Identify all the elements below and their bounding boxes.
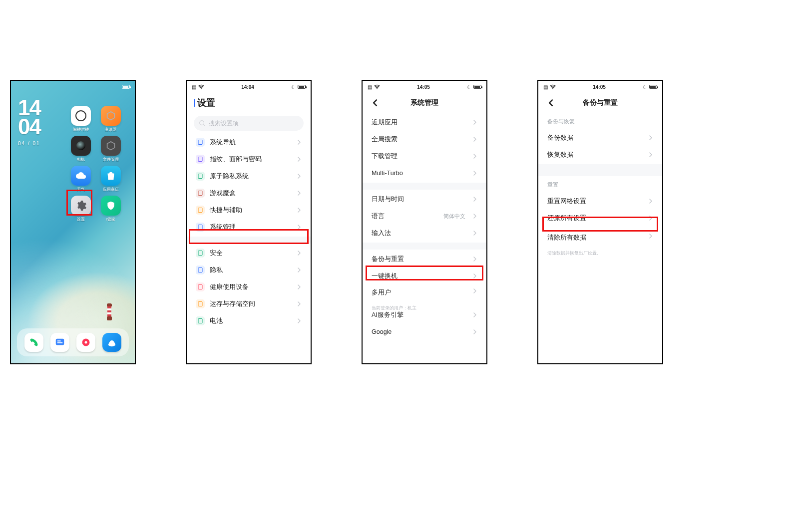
row-battery[interactable]: 电池 [187, 312, 311, 329]
row-erase-all-sub: 清除数据并恢复出厂设置。 [547, 250, 601, 257]
status-carrier-icon: ▤ [368, 84, 372, 90]
status-bar: ▤ 14:05 ☾ [363, 81, 486, 93]
row-backup-data[interactable]: 备份数据 [538, 129, 662, 146]
row-storage[interactable]: 运存与存储空间 [187, 295, 311, 312]
section-label-backup: 备份与恢复 [538, 113, 662, 128]
row-backup-reset[interactable]: 备份与重置 [363, 251, 486, 267]
chevron-right-icon [648, 135, 653, 140]
battery-icon [298, 85, 306, 89]
dock-browser[interactable] [102, 333, 121, 352]
backup-section-1: 备份数据 恢复数据 [538, 128, 662, 164]
battery-icon [122, 85, 130, 89]
app-cube[interactable]: 文件管理 [99, 136, 123, 164]
chevron-right-icon [472, 312, 477, 317]
backup-section-2: 重置网络设置 还原所有设置 清除所有数据 清除数据并恢复出厂设置。 [538, 192, 662, 253]
chevron-right-icon [472, 197, 477, 202]
app-settings[interactable]: 设置 [69, 196, 93, 224]
app-imanager[interactable]: i管家 [99, 196, 123, 224]
status-time: 14:04 [241, 84, 254, 90]
shield-icon [101, 196, 121, 216]
sysmgmt-group-1: 近期应用 全局搜索 下载管理 Multi-Turbo [363, 113, 486, 183]
status-bar: ▤ 14:04 ☾ [187, 81, 311, 93]
app-themes[interactable]: 变形器 [99, 106, 123, 134]
row-recent-apps[interactable]: 近期应用 [363, 114, 486, 131]
page-header: 系统管理 [363, 93, 486, 113]
row-privacy-sys[interactable]: 原子隐私系统 [187, 168, 311, 185]
search-input[interactable]: 搜索设置项 [194, 116, 304, 131]
row-security[interactable]: 安全 [187, 245, 311, 262]
chevron-right-icon [297, 301, 302, 306]
dock-music[interactable] [76, 333, 95, 352]
fingerprint-icon [196, 155, 205, 164]
chevron-right-icon [472, 171, 477, 176]
wifi-icon [550, 84, 556, 89]
row-reset-all-settings[interactable]: 还原所有设置 [538, 210, 662, 227]
game-icon [196, 189, 205, 198]
home-dock [17, 328, 129, 356]
chevron-right-icon [648, 234, 653, 239]
chevron-right-icon [297, 140, 302, 145]
weather-icon [71, 166, 91, 186]
browser-icon [106, 337, 117, 348]
row-language[interactable]: 语言简体中文 [363, 208, 486, 225]
dock-messages[interactable] [50, 333, 69, 352]
row-shortcut[interactable]: 快捷与辅助 [187, 202, 311, 219]
row-easy-share[interactable]: 一键换机 [363, 267, 486, 284]
wallpaper-lighthouse [106, 303, 113, 320]
app-store[interactable]: 应用商店 [99, 166, 123, 194]
chevron-right-icon [472, 154, 477, 159]
row-system-mgmt[interactable]: 系统管理 [187, 219, 311, 236]
status-bar: ▤ 14:05 ☾ [538, 81, 662, 93]
chevron-right-icon [297, 318, 302, 323]
row-privacy[interactable]: 隐私 [187, 262, 311, 278]
battery-icon [473, 85, 481, 89]
app-clock[interactable]: 闹钟时钟 [69, 106, 93, 134]
cube-icon [101, 136, 121, 156]
chevron-right-icon [472, 231, 477, 236]
page-title: 系统管理 [363, 98, 486, 107]
phone-icon [29, 337, 39, 347]
settings-group-2: 安全 隐私 健康使用设备 运存与存储空间 电池 [187, 244, 311, 330]
camera-icon [71, 136, 91, 156]
row-erase-all[interactable]: 清除所有数据 清除数据并恢复出厂设置。 [538, 230, 662, 252]
app-camera[interactable]: 相机 [69, 136, 93, 164]
phone-home: ▤ 14:04 ☾ 14 04 04 / 01 闹钟时钟 变形器 相机 文件管理… [10, 80, 136, 364]
row-restore-data[interactable]: 恢复数据 [538, 146, 662, 163]
chevron-right-icon [472, 273, 477, 278]
row-ai-engine[interactable]: AI服务引擎 [363, 306, 486, 323]
row-sys-nav[interactable]: 系统导航 [187, 134, 311, 151]
chevron-right-icon [472, 120, 477, 125]
home-clock-widget: 14 04 04 / 01 [18, 99, 40, 146]
status-carrier-icon: ▤ [543, 84, 548, 90]
row-gamebox[interactable]: 游戏魔盒 [187, 185, 311, 202]
row-health[interactable]: 健康使用设备 [187, 278, 311, 295]
row-download-mgmt[interactable]: 下载管理 [363, 148, 486, 165]
shortcut-icon [196, 206, 205, 215]
app-weather[interactable]: 天气 [69, 166, 93, 194]
chevron-right-icon [472, 257, 477, 262]
row-date-time[interactable]: 日期与时间 [363, 191, 486, 208]
battery-row-icon [196, 316, 205, 325]
clock-icon [71, 106, 91, 126]
wifi-icon [198, 84, 204, 89]
wifi-icon [374, 84, 380, 89]
store-icon [101, 166, 121, 186]
dock-phone[interactable] [24, 333, 43, 352]
row-google[interactable]: Google [363, 323, 486, 340]
row-multi-turbo[interactable]: Multi-Turbo [363, 165, 486, 182]
page-header: 备份与重置 [538, 93, 662, 113]
row-multi-user[interactable]: 多用户 当前登录的用户：机主 [363, 284, 486, 306]
row-global-search[interactable]: 全局搜索 [363, 131, 486, 148]
row-reset-network[interactable]: 重置网络设置 [538, 193, 662, 210]
phone-backup-reset: ▤ 14:05 ☾ 备份与重置 备份与恢复 备份数据 恢复数据 重置 重置网络设… [537, 80, 663, 364]
status-moon-icon: ☾ [643, 84, 647, 90]
health-icon [196, 282, 205, 291]
chevron-right-icon [297, 284, 302, 289]
phone-system-mgmt: ▤ 14:05 ☾ 系统管理 近期应用 全局搜索 下载管理 Multi-Turb… [362, 80, 487, 364]
chevron-right-icon [297, 267, 302, 272]
row-fingerprint[interactable]: 指纹、面部与密码 [187, 151, 311, 168]
gear-icon [71, 196, 91, 216]
row-input-method[interactable]: 输入法 [363, 225, 486, 242]
section-label-reset: 重置 [538, 176, 662, 192]
status-carrier-icon: ▤ [192, 84, 196, 90]
